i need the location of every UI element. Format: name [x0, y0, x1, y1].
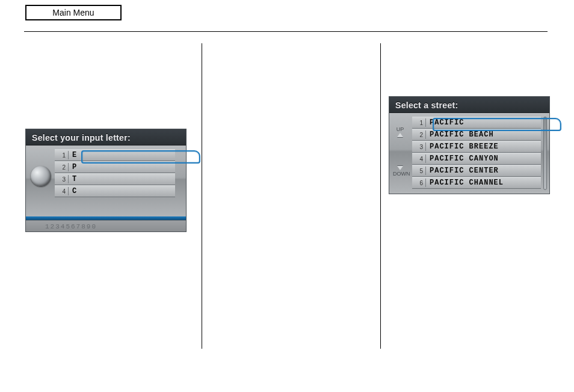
- keyboard-digit-row: 1234567890: [26, 220, 186, 231]
- column-divider-2: [380, 43, 381, 349]
- row-number: 3: [412, 144, 425, 150]
- nav-screen-title: Select your input letter:: [26, 129, 186, 145]
- list-item[interactable]: 4 C: [55, 185, 175, 197]
- scrollbar[interactable]: [543, 117, 547, 190]
- row-text: PACIFIC BREEZE: [430, 142, 499, 151]
- row-separator: [68, 187, 69, 195]
- nav-screen-select-street: Select a street: UP DOWN 1 PACIFIC 2 PAC…: [389, 96, 550, 194]
- row-number: 2: [55, 164, 68, 171]
- arrow-up-icon[interactable]: [397, 133, 403, 137]
- row-separator: [425, 142, 426, 151]
- list-item[interactable]: 4 PACIFIC CANYON: [412, 153, 541, 165]
- row-text: C: [72, 187, 77, 195]
- row-number: 4: [412, 156, 425, 162]
- list-item[interactable]: 1 PACIFIC: [412, 117, 541, 129]
- row-separator: [425, 118, 426, 127]
- scroll-arrows: UP DOWN: [393, 126, 407, 177]
- list-item[interactable]: 1 E: [55, 149, 175, 161]
- row-separator: [68, 163, 69, 171]
- row-number: 4: [55, 188, 68, 195]
- row-number: 1: [55, 152, 68, 159]
- list-item[interactable]: 6 PACIFIC CHANNEL: [412, 177, 541, 189]
- arrow-down-icon[interactable]: [397, 166, 403, 170]
- row-number: 2: [412, 132, 425, 138]
- nav-screen-body: UP DOWN 1 PACIFIC 2 PACIFIC BEACH 3 PACI…: [389, 113, 549, 194]
- row-separator: [425, 130, 426, 139]
- row-separator: [425, 179, 426, 187]
- nav-screen-body: 1 E 2 P 3 T 4 C: [26, 145, 186, 216]
- row-separator: [425, 167, 426, 175]
- letter-list: 1 E 2 P 3 T 4 C: [55, 149, 175, 197]
- row-number: 6: [412, 180, 425, 186]
- row-text: P: [72, 163, 77, 171]
- list-item[interactable]: 3 T: [55, 173, 175, 185]
- dial-knob[interactable]: [31, 166, 51, 186]
- list-item[interactable]: 2 PACIFIC BEACH: [412, 129, 541, 141]
- row-number: 3: [55, 176, 68, 183]
- row-text: PACIFIC CENTER: [430, 167, 499, 175]
- row-text: PACIFIC CANYON: [430, 155, 499, 163]
- row-text: PACIFIC: [430, 118, 464, 127]
- up-label: UP: [393, 126, 407, 132]
- row-separator: [68, 175, 69, 183]
- list-item[interactable]: 2 P: [55, 161, 175, 173]
- column-divider-1: [202, 43, 202, 349]
- street-list: 1 PACIFIC 2 PACIFIC BEACH 3 PACIFIC BREE…: [412, 117, 541, 189]
- down-label: DOWN: [393, 171, 407, 177]
- row-separator: [425, 155, 426, 163]
- row-text: E: [72, 151, 77, 159]
- main-menu-button[interactable]: Main Menu: [25, 5, 122, 20]
- row-text: PACIFIC CHANNEL: [430, 179, 504, 187]
- row-number: 1: [412, 120, 425, 126]
- row-text: PACIFIC BEACH: [430, 130, 494, 139]
- list-item[interactable]: 5 PACIFIC CENTER: [412, 165, 541, 177]
- list-item[interactable]: 3 PACIFIC BREEZE: [412, 141, 541, 153]
- row-number: 5: [412, 168, 425, 174]
- row-separator: [68, 151, 69, 159]
- row-text: T: [72, 175, 77, 183]
- nav-screen-input-letter: Select your input letter: 1 E 2 P 3 T 4: [25, 129, 187, 232]
- header-divider: [24, 31, 548, 32]
- nav-screen-title: Select a street:: [389, 97, 549, 113]
